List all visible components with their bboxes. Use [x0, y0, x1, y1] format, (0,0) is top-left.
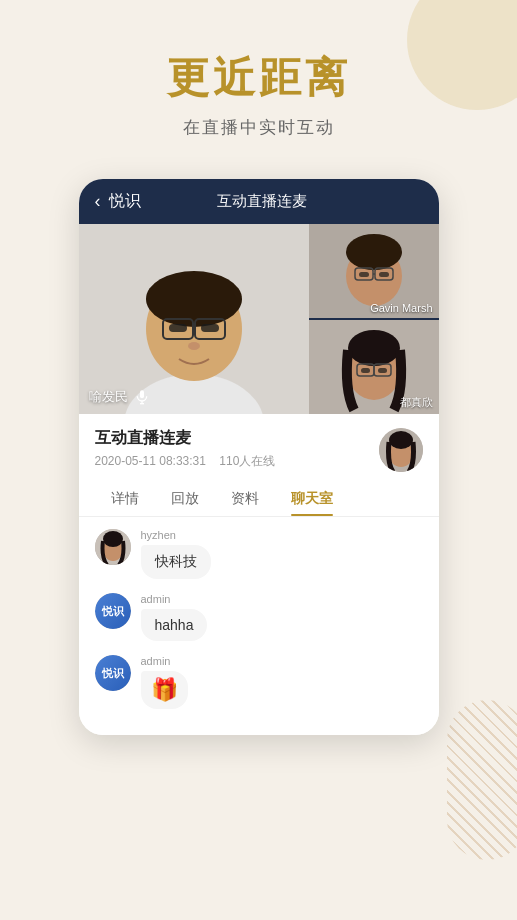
- svg-rect-17: [379, 272, 389, 277]
- svg-rect-16: [359, 272, 369, 277]
- svg-point-23: [348, 330, 400, 366]
- live-avatar: [379, 428, 423, 472]
- tab-bar: 详情 回放 资料 聊天室: [79, 482, 439, 517]
- tab-materials[interactable]: 资料: [215, 482, 275, 516]
- phone-mockup: ‹ 悦识 互动直播连麦: [79, 179, 439, 735]
- tab-details[interactable]: 详情: [95, 482, 155, 516]
- chat-message-3: 悦识 admin 🎁: [95, 655, 423, 709]
- chat-avatar-admin2: 悦识: [95, 655, 131, 691]
- chat-username-1: hyzhen: [141, 529, 211, 541]
- live-title: 互动直播连麦: [95, 428, 276, 449]
- yuexi-badge-1: 悦识: [95, 593, 131, 629]
- app-bar-left: ‹ 悦识: [95, 191, 141, 212]
- video-sidebar: Gavin Marsh 都真欣: [309, 224, 439, 414]
- chat-message-1: hyzhen 快科技: [95, 529, 423, 579]
- video-thumb-dou: 都真欣: [309, 320, 439, 414]
- chat-body-2: admin hahha: [141, 593, 208, 641]
- chat-username-3: admin: [141, 655, 188, 667]
- gavin-marsh-label: Gavin Marsh: [370, 302, 432, 314]
- video-thumb-gavin: Gavin Marsh: [309, 224, 439, 318]
- live-online: 110人在线: [219, 454, 275, 468]
- sub-title: 在直播中实时互动: [20, 116, 497, 139]
- svg-point-3: [146, 271, 242, 327]
- app-bar-title: 互动直播连麦: [217, 192, 307, 211]
- chat-username-2: admin: [141, 593, 208, 605]
- svg-point-15: [346, 234, 402, 270]
- bg-pattern-bottom-right: [447, 700, 517, 860]
- chat-bubble-3: 🎁: [141, 671, 188, 709]
- main-title: 更近距离: [20, 50, 497, 106]
- svg-point-9: [188, 342, 200, 350]
- svg-rect-5: [201, 324, 219, 332]
- content-area: 互动直播连麦 2020-05-11 08:33:31 110人在线: [79, 414, 439, 517]
- chat-avatar-admin1: 悦识: [95, 593, 131, 629]
- svg-rect-10: [140, 390, 144, 398]
- video-section: 喻发民: [79, 224, 439, 414]
- back-icon[interactable]: ‹: [95, 191, 101, 212]
- svg-rect-24: [361, 368, 370, 373]
- main-speaker-label: 喻发民: [89, 388, 150, 406]
- app-bar: ‹ 悦识 互动直播连麦: [79, 179, 439, 224]
- main-video-feed: [79, 224, 309, 414]
- svg-rect-4: [169, 324, 187, 332]
- mic-icon: [134, 389, 150, 405]
- svg-rect-25: [378, 368, 387, 373]
- live-header: 互动直播连麦 2020-05-11 08:33:31 110人在线: [95, 428, 423, 472]
- chat-body-1: hyzhen 快科技: [141, 529, 211, 579]
- tab-chat[interactable]: 聊天室: [275, 482, 349, 516]
- tab-replay[interactable]: 回放: [155, 482, 215, 516]
- header-section: 更近距离 在直播中实时互动: [0, 0, 517, 159]
- app-name-label: 悦识: [109, 191, 141, 212]
- dou-zhenxin-label: 都真欣: [400, 395, 433, 410]
- svg-point-31: [389, 431, 413, 449]
- chat-body-3: admin 🎁: [141, 655, 188, 709]
- chat-area: hyzhen 快科技 悦识 admin hahha 悦识 admin 🎁: [79, 517, 439, 735]
- live-date: 2020-05-11 08:33:31: [95, 454, 206, 468]
- chat-bubble-2: hahha: [141, 609, 208, 641]
- chat-message-2: 悦识 admin hahha: [95, 593, 423, 641]
- live-meta: 2020-05-11 08:33:31 110人在线: [95, 453, 276, 470]
- chat-bubble-1: 快科技: [141, 545, 211, 579]
- chat-avatar-hyzhen: [95, 529, 131, 565]
- svg-point-34: [103, 531, 123, 547]
- live-info: 互动直播连麦 2020-05-11 08:33:31 110人在线: [95, 428, 276, 470]
- video-main: 喻发民: [79, 224, 309, 414]
- yuexi-badge-2: 悦识: [95, 655, 131, 691]
